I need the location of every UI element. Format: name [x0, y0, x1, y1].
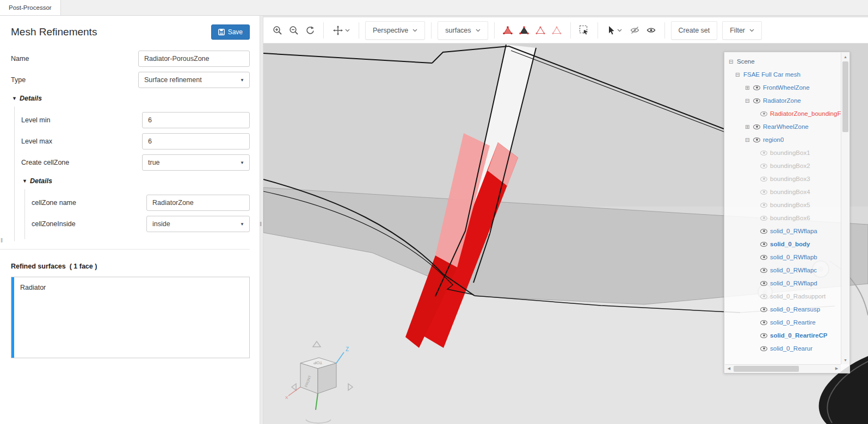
tab-post-processor[interactable]: Post-Processor [0, 0, 61, 15]
tree-item-solid-rearsusp[interactable]: solid_0_Rearsusp [725, 303, 841, 316]
expand-toggle-icon[interactable]: ⊞ [745, 85, 753, 91]
tree-item-boundingbox1[interactable]: boundingBox1 [725, 146, 841, 159]
eye-icon[interactable] [753, 124, 760, 129]
show-all-button[interactable] [644, 22, 658, 39]
zoom-in-button[interactable] [270, 22, 285, 39]
expand-toggle-icon[interactable]: ⊟ [745, 98, 753, 104]
surfaces-dropdown[interactable]: surfaces [438, 21, 488, 40]
eye-icon[interactable] [760, 281, 767, 286]
eye-icon[interactable] [760, 294, 767, 299]
panel-resize-handle[interactable]: ‖ [1, 238, 2, 244]
tree-item-solid-radsupport[interactable]: solid_0_Radsupport [725, 290, 841, 303]
details-toggle[interactable]: ▼ Details [12, 95, 250, 102]
scroll-down-icon[interactable]: ▼ [841, 356, 849, 364]
caret-down-icon: ▼ [240, 222, 244, 227]
mesh-triangle-outline-icon [535, 26, 546, 35]
inner-details-toggle[interactable]: ▼ Details [22, 177, 250, 185]
caret-down-icon: ▼ [240, 78, 244, 83]
eye-icon[interactable] [760, 177, 767, 182]
type-select[interactable]: Surface refinement ▼ [138, 72, 250, 88]
tree-item-rearwheelzone[interactable]: ⊞ RearWheelZone [725, 120, 841, 133]
scrollbar-thumb[interactable] [842, 61, 848, 132]
scrollbar-thumb[interactable] [734, 366, 799, 372]
eye-icon[interactable] [753, 85, 760, 90]
panel-splitter[interactable]: ‖ [260, 16, 263, 424]
scroll-up-icon[interactable]: ▲ [841, 53, 849, 61]
select-tool-dropdown[interactable] [604, 22, 626, 39]
tree-item-label: solid_0_RWflapc [770, 267, 817, 273]
expand-toggle-icon[interactable]: ⊟ [735, 72, 743, 78]
tree-item-region0[interactable]: ⊟ region0 [725, 133, 841, 146]
scroll-left-icon[interactable]: ◀ [725, 365, 733, 373]
tree-item-solid-rwflapc[interactable]: solid_0_RWflapc [725, 264, 841, 277]
tree-vertical-scrollbar[interactable]: ▲ ▼ [841, 53, 849, 364]
mesh-display-wireframe-button[interactable] [517, 22, 532, 39]
tree-item-boundingbox3[interactable]: boundingBox3 [725, 172, 841, 185]
scroll-right-icon[interactable]: ▶ [833, 365, 841, 373]
name-input[interactable] [138, 51, 250, 67]
eye-icon[interactable] [760, 111, 767, 116]
expand-toggle-icon[interactable]: ⊞ [745, 124, 753, 130]
level-max-input[interactable] [142, 133, 250, 149]
tree-item-solid-reartire[interactable]: solid_0_Reartire [725, 316, 841, 329]
eye-icon[interactable] [760, 164, 767, 169]
eye-icon[interactable] [760, 333, 767, 338]
tree-item-solid-body[interactable]: solid_0_body [725, 238, 841, 251]
eye-icon[interactable] [760, 229, 767, 234]
refined-surfaces-list: Radiator [11, 277, 250, 358]
eye-icon[interactable] [760, 255, 767, 260]
hide-selected-button[interactable] [627, 22, 642, 39]
tree-item-scene[interactable]: ⊟ Scene [725, 55, 841, 68]
tree-item-boundingbox5[interactable]: boundingBox5 [725, 198, 841, 211]
tree-item-solid-rwflapd[interactable]: solid_0_RWflapd [725, 277, 841, 290]
expand-toggle-icon[interactable]: ⊟ [745, 137, 753, 143]
splitter-grip-icon: ‖ [260, 221, 261, 227]
tree-item-solid-rearur[interactable]: solid_0_Rearur [725, 342, 841, 355]
eye-icon[interactable] [753, 138, 760, 142]
mesh-display-points-button[interactable] [533, 22, 548, 39]
tree-item-frontwheelzone[interactable]: ⊞ FrontWheelZone [725, 81, 841, 94]
tree-item-fsae-mesh[interactable]: ⊟ FSAE Full Car mesh [725, 68, 841, 81]
level-min-input[interactable] [142, 112, 250, 128]
save-button[interactable]: Save [211, 24, 250, 40]
pan-tool-dropdown[interactable] [330, 22, 353, 39]
tree-item-label: region0 [763, 136, 784, 143]
reset-view-button[interactable] [303, 22, 317, 39]
eye-icon[interactable] [760, 190, 767, 195]
cellzone-name-input[interactable] [146, 195, 250, 211]
tree-item-boundingbox6[interactable]: boundingBox6 [725, 211, 841, 225]
tree-horizontal-scrollbar[interactable]: ◀ ▶ [725, 364, 841, 372]
tree-item-radiatorzone[interactable]: ⊟ RadiatorZone [725, 94, 841, 107]
box-select-button[interactable] [577, 22, 592, 39]
mesh-display-solid-button[interactable] [501, 22, 515, 39]
expand-toggle-icon[interactable]: ⊟ [729, 59, 737, 65]
tree-item-solid-rwflapb[interactable]: solid_0_RWflapb [725, 251, 841, 264]
refresh-icon [305, 26, 315, 35]
cellzone-inside-select[interactable]: inside ▼ [146, 216, 250, 232]
surface-item-radiator[interactable]: Radiator [11, 277, 249, 291]
tree-item-boundingbox4[interactable]: boundingBox4 [725, 185, 841, 198]
eye-icon[interactable] [753, 98, 760, 103]
cellzone-name-label: cellZone name [32, 199, 76, 207]
tree-item-solid-reartirecp[interactable]: solid_0_ReartireCP [725, 329, 841, 342]
tree-item-boundingbox2[interactable]: boundingBox2 [725, 159, 841, 172]
eye-icon[interactable] [760, 307, 767, 312]
mesh-display-edges-button[interactable] [550, 22, 564, 39]
tree-item-solid-rwflapa[interactable]: solid_0_RWflapa [725, 225, 841, 238]
create-cellzone-select[interactable]: true ▼ [142, 154, 250, 171]
eye-icon[interactable] [760, 268, 767, 273]
perspective-dropdown[interactable]: Perspective [365, 21, 425, 40]
eye-icon[interactable] [760, 151, 767, 155]
eye-icon[interactable] [760, 216, 767, 221]
eye-icon[interactable] [760, 203, 767, 208]
zoom-out-button[interactable] [286, 22, 301, 39]
type-select-value: Surface refinement [144, 76, 202, 84]
eye-icon[interactable] [760, 346, 767, 351]
x-axis-label: X [285, 395, 288, 400]
eye-icon[interactable] [760, 320, 767, 325]
filter-dropdown[interactable]: Filter [722, 21, 762, 40]
tree-item-radiatorzone-boundingface[interactable]: RadiatorZone_boundingFa [725, 107, 841, 120]
eye-icon[interactable] [760, 242, 767, 247]
create-set-button[interactable]: Create set [671, 21, 718, 40]
zoom-in-icon [273, 26, 282, 35]
